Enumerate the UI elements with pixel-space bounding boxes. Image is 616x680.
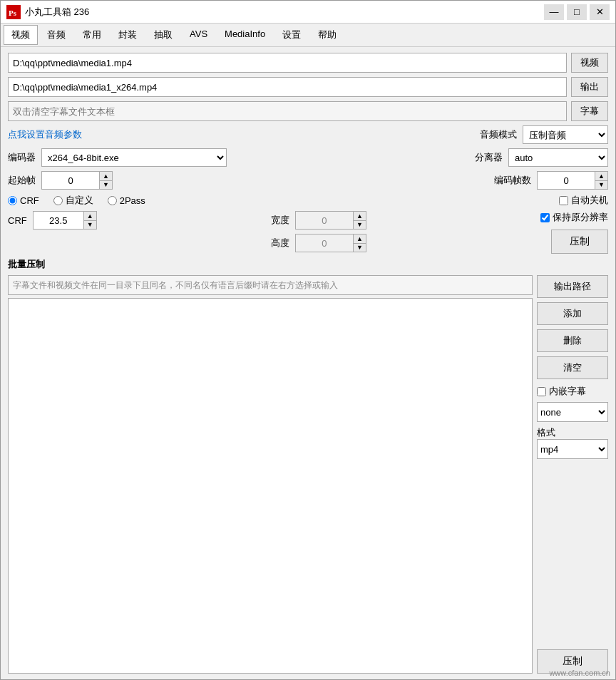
window-controls: — □ ✕ xyxy=(544,4,610,20)
audio-mode-select[interactable]: 压制音频复制音频无音频 xyxy=(523,125,608,144)
start-frame-group: 起始帧 ▲ ▼ xyxy=(8,171,113,190)
audio-mode-group: 音频模式 压制音频复制音频无音频 xyxy=(480,125,608,144)
menu-item-封装[interactable]: 封装 xyxy=(111,25,145,45)
encode-frames-input[interactable] xyxy=(538,172,595,189)
crf-radio-item[interactable]: CRF xyxy=(8,195,39,206)
height-down-button[interactable]: ▼ xyxy=(354,244,366,252)
batch-left: 字幕文件和视频文件在同一目录下且同名，不同名仅有语言后缀时请在右方选择或输入 xyxy=(8,275,533,674)
encoder-label: 编码器 xyxy=(8,151,36,164)
video-file-row: 视频 xyxy=(8,53,608,73)
encode-frames-down-button[interactable]: ▼ xyxy=(595,181,607,190)
format-select[interactable]: mp4mkvts xyxy=(537,439,608,459)
custom-radio-item[interactable]: 自定义 xyxy=(53,194,93,207)
separator-group: 分离器 autoffmpegavs xyxy=(475,148,608,167)
resolution-group: 宽度 ▲ ▼ 高度 xyxy=(271,211,366,252)
embed-subtitle-checkbox[interactable] xyxy=(537,387,546,396)
crf-up-button[interactable]: ▲ xyxy=(84,212,96,221)
subtitle-path-input[interactable] xyxy=(8,101,567,121)
separator-label: 分离器 xyxy=(475,151,503,164)
keep-resolution-item[interactable]: 保持原分辨率 xyxy=(540,211,608,224)
format-label: 格式 xyxy=(537,426,608,439)
keep-resolution-checkbox[interactable] xyxy=(540,213,550,222)
batch-add-button[interactable]: 添加 xyxy=(537,302,608,325)
auto-shutdown-checkbox[interactable] xyxy=(559,196,568,205)
twopass-radio[interactable] xyxy=(108,196,117,205)
output-browse-button[interactable]: 输出 xyxy=(571,77,608,97)
subtitle-file-row: 字幕 xyxy=(8,101,608,121)
start-frame-up-button[interactable]: ▲ xyxy=(100,172,112,181)
separator-select[interactable]: autoffmpegavs xyxy=(508,148,608,167)
encode-mode-group: CRF 自定义 2Pass xyxy=(8,194,145,207)
menu-item-抽取[interactable]: 抽取 xyxy=(146,25,180,45)
keep-resolution-label: 保持原分辨率 xyxy=(553,211,608,224)
crf-label: CRF xyxy=(8,215,27,226)
encode-frames-up-button[interactable]: ▲ xyxy=(595,172,607,181)
width-spinner: ▲ ▼ xyxy=(295,211,366,230)
menu-item-视频[interactable]: 视频 xyxy=(4,25,38,45)
crf-down-button[interactable]: ▼ xyxy=(84,221,96,230)
height-up-button[interactable]: ▲ xyxy=(354,235,366,244)
auto-shutdown-item[interactable]: 自动关机 xyxy=(559,194,608,207)
width-down-button[interactable]: ▼ xyxy=(354,221,366,230)
subtitle-browse-button[interactable]: 字幕 xyxy=(571,101,608,121)
start-frame-spin-buttons: ▲ ▼ xyxy=(99,172,112,189)
encoder-group: 编码器 x264_64-8bit.exex264_32-8bit.exex265… xyxy=(8,148,227,167)
batch-title: 批量压制 xyxy=(8,258,608,271)
menu-bar: 视频音频常用封装抽取AVSMediaInfo设置帮助 xyxy=(1,24,615,47)
menu-item-设置[interactable]: 设置 xyxy=(274,25,309,45)
menu-item-常用[interactable]: 常用 xyxy=(75,25,109,45)
video-path-input[interactable] xyxy=(8,53,567,73)
start-frame-input[interactable] xyxy=(42,172,99,189)
menu-item-音频[interactable]: 音频 xyxy=(39,25,73,45)
crf-input[interactable] xyxy=(34,212,83,229)
height-label: 高度 xyxy=(271,237,289,249)
custom-radio[interactable] xyxy=(53,196,63,205)
crf-resolution-row: CRF ▲ ▼ 宽度 xyxy=(8,211,608,254)
format-group: 格式 mp4mkvts xyxy=(537,426,608,459)
width-spin-buttons: ▲ ▼ xyxy=(353,212,366,229)
batch-right: 输出路径 添加 删除 清空 内嵌字幕 none 格式 xyxy=(537,275,608,674)
keep-res-compress-group: 保持原分辨率 压制 xyxy=(540,211,608,254)
batch-clear-button[interactable]: 清空 xyxy=(537,356,608,379)
batch-file-list[interactable] xyxy=(8,298,533,674)
menu-item-MediaInfo[interactable]: MediaInfo xyxy=(217,25,273,45)
video-browse-button[interactable]: 视频 xyxy=(571,53,608,73)
none-select[interactable]: none xyxy=(537,402,608,422)
close-button[interactable]: ✕ xyxy=(590,4,610,20)
audio-settings-link[interactable]: 点我设置音频参数 xyxy=(8,128,82,141)
encoder-select[interactable]: x264_64-8bit.exex264_32-8bit.exex265.exe xyxy=(41,148,227,167)
embed-subtitle-item[interactable]: 内嵌字幕 xyxy=(537,385,608,398)
mode-row: CRF 自定义 2Pass 自动关机 xyxy=(8,194,608,207)
width-up-button[interactable]: ▲ xyxy=(354,212,366,221)
menu-item-AVS[interactable]: AVS xyxy=(182,25,215,45)
watermark: www.cfan.com.cn xyxy=(549,669,610,677)
batch-content: 字幕文件和视频文件在同一目录下且同名，不同名仅有语言后缀时请在右方选择或输入 输… xyxy=(8,275,608,674)
custom-radio-label: 自定义 xyxy=(66,194,93,207)
start-frame-down-button[interactable]: ▼ xyxy=(100,181,112,190)
compress-button[interactable]: 压制 xyxy=(551,230,608,254)
encode-frames-spinner: ▲ ▼ xyxy=(537,171,608,190)
window-title: 小丸工具箱 236 xyxy=(25,6,544,19)
twopass-radio-item[interactable]: 2Pass xyxy=(108,195,145,206)
height-input[interactable] xyxy=(296,235,353,252)
batch-output-path-button[interactable]: 输出路径 xyxy=(537,275,608,298)
main-content: 视频 输出 字幕 点我设置音频参数 音频模式 压制音频复制音频无音频 xyxy=(1,47,615,679)
menu-item-帮助[interactable]: 帮助 xyxy=(310,25,344,45)
maximize-button[interactable]: □ xyxy=(567,4,587,20)
crf-radio-label: CRF xyxy=(20,195,39,206)
start-frame-spinner: ▲ ▼ xyxy=(41,171,113,190)
audio-row: 点我设置音频参数 音频模式 压制音频复制音频无音频 xyxy=(8,125,608,144)
output-path-input[interactable] xyxy=(8,77,567,97)
batch-hint: 字幕文件和视频文件在同一目录下且同名，不同名仅有语言后缀时请在右方选择或输入 xyxy=(8,275,533,295)
crf-radio[interactable] xyxy=(8,196,17,205)
height-spinner: ▲ ▼ xyxy=(295,234,366,252)
embed-subtitle-label: 内嵌字幕 xyxy=(549,385,586,398)
width-input[interactable] xyxy=(296,212,353,229)
audio-mode-label: 音频模式 xyxy=(480,128,517,141)
batch-delete-button[interactable]: 删除 xyxy=(537,329,608,352)
encoder-separator-row: 编码器 x264_64-8bit.exex264_32-8bit.exex265… xyxy=(8,148,608,167)
minimize-button[interactable]: — xyxy=(544,4,564,20)
height-spin-buttons: ▲ ▼ xyxy=(353,235,366,252)
app-icon: Ps xyxy=(6,5,21,19)
title-bar: Ps 小丸工具箱 236 — □ ✕ xyxy=(1,1,615,24)
